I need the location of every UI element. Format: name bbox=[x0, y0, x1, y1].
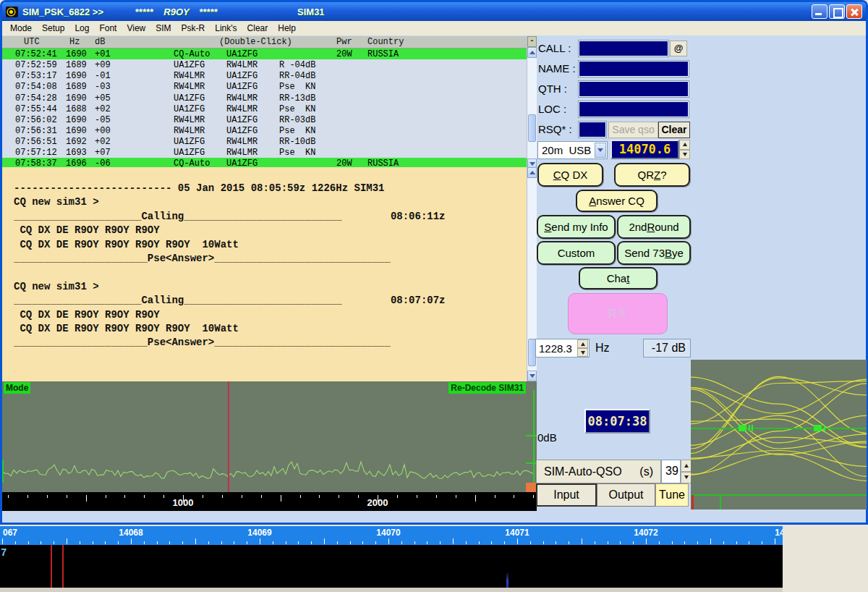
cell-hz: 1688 bbox=[66, 104, 87, 114]
step-up-icon[interactable] bbox=[577, 339, 588, 348]
tune-button[interactable]: Tune bbox=[655, 483, 689, 507]
sync-tick bbox=[749, 425, 750, 431]
collapse-button[interactable]: - bbox=[527, 36, 537, 47]
menu-item-view[interactable]: View bbox=[122, 22, 150, 35]
eye-center-line bbox=[691, 428, 867, 429]
scale-tick bbox=[106, 495, 106, 498]
loc-input[interactable] bbox=[579, 101, 689, 117]
table-row[interactable]: 07:56:021690-05RW4LMRUA1ZFGRR-03dB bbox=[2, 114, 527, 125]
mode-button[interactable]: Mode bbox=[4, 382, 30, 394]
menu-item-help[interactable]: Help bbox=[273, 22, 301, 35]
step-down-icon[interactable] bbox=[577, 348, 588, 357]
menu-item-pskr[interactable]: Psk-R bbox=[176, 22, 210, 35]
scale-tick bbox=[67, 538, 67, 544]
output-button[interactable]: Output bbox=[597, 483, 655, 507]
scroll-up-icon[interactable] bbox=[527, 167, 537, 178]
sim-auto-qso-button[interactable]: SIM-Auto-QSO (s) bbox=[536, 460, 661, 483]
input-button[interactable]: Input bbox=[536, 483, 597, 507]
call-input[interactable] bbox=[579, 41, 668, 56]
sync-tick bbox=[752, 425, 753, 431]
step-down-icon[interactable] bbox=[681, 472, 692, 484]
scale-tick bbox=[350, 541, 351, 544]
scale-tick bbox=[633, 541, 634, 544]
rx-tx-toggle[interactable]: RX bbox=[568, 293, 668, 334]
answer-cq-button[interactable]: Answer CQ bbox=[576, 190, 658, 212]
cell-to: RW4LMR bbox=[226, 137, 258, 147]
title-bar[interactable]: SIM_PSK_6822 >> ***** R9OY ***** SIM31 bbox=[2, 2, 866, 21]
frequency-stepper[interactable] bbox=[679, 140, 690, 159]
scale-tick bbox=[543, 541, 544, 544]
scale-tick bbox=[697, 541, 698, 544]
send-my-info-button[interactable]: Send my Info bbox=[537, 215, 616, 239]
step-up-icon[interactable] bbox=[681, 460, 692, 472]
table-scrollbar[interactable]: - bbox=[527, 36, 537, 169]
scale-tick bbox=[710, 538, 711, 544]
clear-button[interactable]: Clear bbox=[658, 122, 690, 138]
cell-db: -05 bbox=[95, 115, 111, 125]
custom-button[interactable]: Custom bbox=[537, 241, 616, 265]
name-label: NAME : bbox=[538, 62, 576, 75]
send-73-bye-button[interactable]: Send 73 Bye bbox=[617, 241, 691, 265]
table-row[interactable]: 07:54:081689-03RW4LMRUA1ZFGPse KN bbox=[2, 81, 527, 92]
menu-item-log[interactable]: Log bbox=[69, 22, 94, 35]
cq-dx-button[interactable]: CQ DX bbox=[537, 163, 603, 187]
table-row[interactable]: 07:52:411690+01CQ-AutoUA1ZFG20WRUSSIA bbox=[2, 48, 527, 59]
chevron-down-icon[interactable] bbox=[595, 143, 606, 158]
af-frequency-stepper[interactable] bbox=[577, 339, 588, 357]
scale-tick bbox=[466, 541, 467, 544]
frequency-display[interactable]: 14070.6 bbox=[610, 140, 679, 159]
table-row[interactable]: 07:53:171690-01RW4LMRUA1ZFGRR-04dB bbox=[2, 70, 527, 81]
cell-db: -01 bbox=[95, 71, 111, 81]
save-qso-button[interactable]: Save qso bbox=[608, 122, 658, 138]
chat-button[interactable]: Chat bbox=[579, 267, 658, 289]
step-down-icon[interactable] bbox=[679, 150, 690, 160]
tuning-cursor[interactable] bbox=[228, 381, 229, 492]
header-utc: UTC bbox=[24, 37, 40, 47]
table-row[interactable]: 07:56:511692+02UA1ZFGRW4LMRRR-10dB bbox=[2, 136, 527, 147]
scale-tick bbox=[247, 541, 247, 544]
scroll-down-icon[interactable] bbox=[527, 371, 537, 381]
cell-hz: 1690 bbox=[66, 115, 87, 125]
left-level-tick bbox=[2, 460, 4, 483]
close-icon[interactable] bbox=[846, 4, 862, 19]
cell-to: RW4LMR bbox=[226, 93, 258, 103]
qth-input[interactable] bbox=[579, 81, 689, 97]
spectrum-display[interactable]: Mode Re-Decode SIM31 bbox=[2, 381, 537, 492]
name-input[interactable] bbox=[579, 61, 689, 77]
redecode-button[interactable]: Re-Decode SIM31 bbox=[448, 382, 526, 394]
minimize-icon[interactable] bbox=[812, 4, 827, 19]
menu-item-links[interactable]: Link's bbox=[210, 22, 242, 35]
menu-item-sim[interactable]: SIM bbox=[150, 22, 176, 35]
scrollbar-thumb[interactable] bbox=[528, 114, 536, 142]
table-row[interactable]: 07:57:121693+07UA1ZFGRW4LMRPse KN bbox=[2, 147, 527, 158]
scale-tick bbox=[672, 541, 673, 544]
waterfall-window: 067140681406914070140711407214 7 bbox=[0, 526, 783, 592]
rsq-input[interactable] bbox=[579, 122, 606, 138]
scroll-up-icon[interactable] bbox=[527, 47, 537, 58]
menu-item-setup[interactable]: Setup bbox=[37, 22, 69, 35]
cell-utc: 07:52:59 bbox=[15, 60, 57, 70]
band-mode-select[interactable]: 20m USB bbox=[537, 141, 608, 159]
menu-item-mode[interactable]: Mode bbox=[5, 22, 37, 35]
utc-clock: 08:07:38 bbox=[584, 409, 650, 434]
second-round-button[interactable]: 2nd Round bbox=[617, 215, 691, 239]
scrollbar-track[interactable] bbox=[527, 58, 537, 158]
qso-terminal[interactable]: -------------------------- 05 Jan 2015 0… bbox=[2, 167, 527, 381]
waterfall-display[interactable]: 7 bbox=[0, 545, 783, 588]
lookup-at-button[interactable]: @ bbox=[670, 41, 687, 56]
menu-item-font[interactable]: Font bbox=[94, 22, 122, 35]
table-row[interactable]: 07:56:311690+00RW4LMRUA1ZFGPse KN bbox=[2, 125, 527, 136]
maximize-icon[interactable] bbox=[829, 4, 845, 19]
menu-item-clear[interactable]: Clear bbox=[242, 22, 273, 35]
auto-qso-stepper[interactable] bbox=[681, 460, 692, 483]
rf-frequency-scale[interactable]: 067140681406914070140711407214 bbox=[0, 526, 783, 545]
cell-info: RR-04dB bbox=[279, 71, 315, 81]
table-row[interactable]: 07:55:441688+02UA1ZFGRW4LMRPse KN bbox=[2, 103, 527, 114]
auto-qso-seconds-input[interactable]: 39 bbox=[661, 460, 681, 483]
table-row[interactable]: 07:52:591689+09UA1ZFGRW4LMRR -04dB bbox=[2, 59, 527, 70]
terminal-text: -------------------------- 05 Jan 2015 0… bbox=[2, 167, 527, 350]
table-row[interactable]: 07:54:281690+05UA1ZFGRW4LMRRR-13dB bbox=[2, 93, 527, 103]
waterfall-corner-text: 7 bbox=[1, 547, 7, 559]
step-up-icon[interactable] bbox=[679, 140, 690, 150]
qrz-button[interactable]: QRZ ? bbox=[614, 163, 690, 187]
